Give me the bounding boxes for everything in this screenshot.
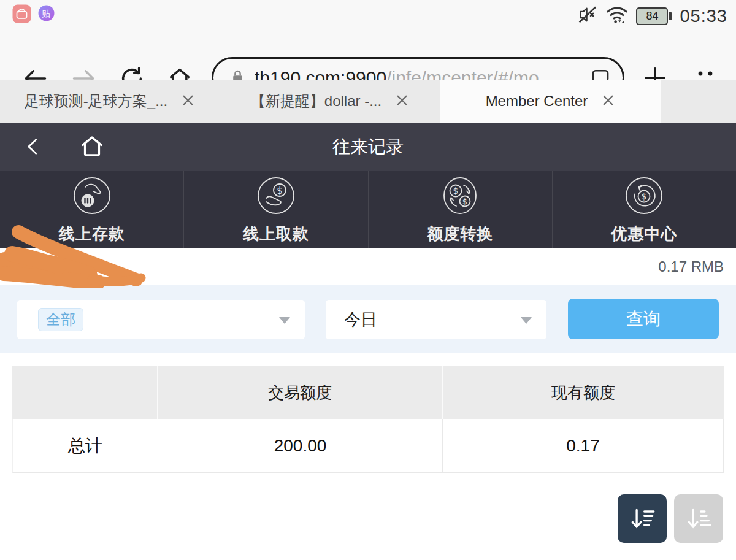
page-header: 往来记录	[0, 123, 736, 171]
deposit-icon	[72, 176, 112, 218]
battery-level: 84	[646, 10, 658, 23]
close-icon[interactable]	[181, 93, 195, 110]
cell-current-amount: 0.17	[443, 419, 724, 473]
menu-label: 线上存款	[59, 223, 125, 245]
query-button[interactable]: 查询	[568, 299, 719, 339]
tab-bar-filler	[661, 80, 736, 123]
menu-label: 优惠中心	[611, 223, 677, 245]
balance-amount: 0.17 RMB	[658, 248, 724, 285]
header-cell-trade-amount: 交易额度	[158, 366, 443, 419]
cell-row-label: 总计	[12, 419, 158, 473]
svg-text:$: $	[277, 185, 283, 196]
svg-text:$: $	[642, 191, 647, 201]
table-row-total: 总计 200.00 0.17	[12, 419, 724, 473]
sort-descending-button[interactable]	[618, 494, 667, 543]
wifi-icon	[605, 4, 629, 28]
date-select[interactable]: 今日	[326, 300, 546, 339]
header-cell-blank	[12, 366, 158, 419]
tieba-badge-icon: 贴	[37, 4, 56, 26]
appgallery-badge-icon	[12, 4, 31, 26]
balance-row: 0.17 RMB	[0, 248, 736, 285]
transfer-icon: $$	[440, 176, 480, 218]
tab-label: Member Center	[486, 93, 588, 110]
chevron-left-icon[interactable]	[23, 136, 43, 159]
status-clock: 05:33	[680, 6, 727, 26]
tab-bar: 足球预测-足球方案_... 【新提醒】dollar -... Member Ce…	[0, 80, 736, 123]
table-header-row: 交易额度 现有额度	[12, 366, 724, 419]
svg-text:$: $	[453, 186, 459, 196]
home-white-icon[interactable]	[79, 133, 105, 163]
tab-label: 足球预测-足球方案_...	[25, 91, 167, 111]
chevron-down-icon	[279, 317, 290, 324]
quick-menu: 线上存款 $ 线上取款 $$ 额度转换 $ 优惠中心	[0, 171, 736, 248]
tab-dollar[interactable]: 【新提醒】dollar -...	[220, 80, 440, 123]
cell-trade-amount: 200.00	[158, 419, 443, 473]
close-icon[interactable]	[601, 93, 615, 110]
type-selected-tag[interactable]: 全部	[38, 308, 83, 331]
menu-item-withdraw[interactable]: $ 线上取款	[184, 171, 368, 248]
menu-item-promo[interactable]: $ 优惠中心	[553, 171, 736, 248]
battery-icon: 84	[636, 7, 672, 25]
chevron-down-icon	[521, 317, 532, 324]
sort-ascending-icon	[684, 505, 713, 533]
menu-item-deposit[interactable]: 线上存款	[0, 171, 184, 248]
sort-descending-icon	[628, 505, 656, 533]
browser-toolbar: tb190.com:9900/infe/mcenter/#/mo	[0, 28, 736, 80]
notification-badges: 贴	[12, 4, 56, 26]
tab-member-center[interactable]: Member Center	[440, 80, 661, 123]
filter-bar: 全部 今日 查询	[0, 285, 736, 353]
type-select[interactable]: 全部	[17, 300, 305, 339]
sort-ascending-button[interactable]	[674, 494, 723, 543]
browser-window: 贴 84 05:33	[0, 0, 736, 560]
menu-label: 线上取款	[243, 223, 309, 245]
summary-table: 交易额度 现有额度 总计 200.00 0.17	[12, 366, 724, 473]
page-title: 往来记录	[0, 123, 736, 171]
close-icon[interactable]	[395, 93, 409, 110]
mute-icon	[577, 4, 598, 28]
svg-text:贴: 贴	[42, 9, 51, 18]
svg-text:$: $	[462, 197, 467, 206]
withdraw-icon: $	[256, 176, 296, 218]
promo-icon: $	[624, 176, 664, 218]
header-cell-current-amount: 现有额度	[443, 366, 724, 419]
date-selected-value: 今日	[344, 300, 377, 339]
tab-label: 【新提醒】dollar -...	[251, 91, 381, 111]
sort-controls	[618, 494, 723, 543]
menu-item-transfer[interactable]: $$ 额度转换	[369, 171, 553, 248]
tab-football[interactable]: 足球预测-足球方案_...	[0, 80, 220, 123]
status-bar: 贴 84 05:33	[0, 0, 736, 28]
menu-label: 额度转换	[427, 223, 493, 245]
